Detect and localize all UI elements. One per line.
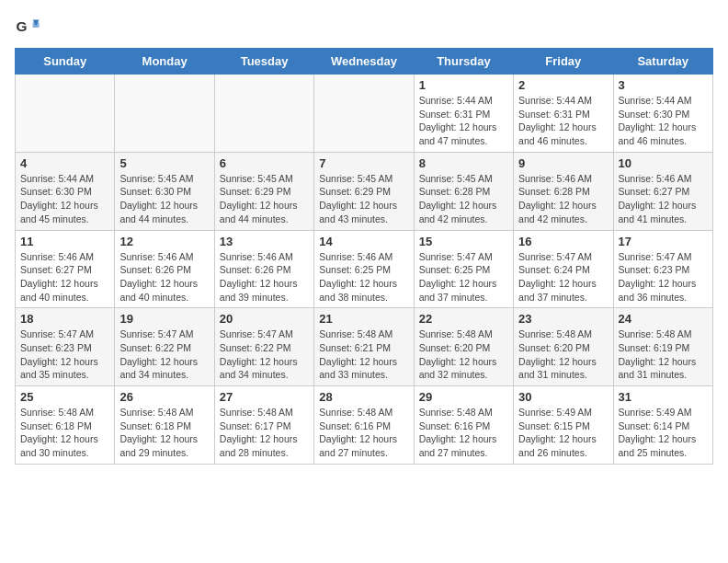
svg-text:G: G — [16, 18, 27, 34]
logo-icon: G — [15, 15, 40, 40]
day-number: 5 — [119, 156, 209, 170]
calendar-cell: 15Sunrise: 5:47 AMSunset: 6:25 PMDayligh… — [414, 230, 513, 308]
day-info: Sunrise: 5:46 AMSunset: 6:26 PMDaylight:… — [220, 250, 309, 304]
calendar-cell: 11Sunrise: 5:46 AMSunset: 6:27 PMDayligh… — [16, 230, 115, 308]
day-number: 2 — [518, 78, 608, 92]
calendar-cell: 13Sunrise: 5:46 AMSunset: 6:26 PMDayligh… — [214, 230, 313, 308]
day-number: 14 — [319, 235, 408, 248]
day-number: 17 — [619, 235, 708, 248]
header: G — [15, 15, 713, 40]
day-number: 4 — [20, 156, 109, 170]
day-header-tuesday: Tuesday — [214, 49, 313, 75]
day-number: 9 — [518, 156, 608, 170]
calendar-cell: 16Sunrise: 5:47 AMSunset: 6:24 PMDayligh… — [514, 230, 613, 308]
calendar-cell: 1Sunrise: 5:44 AMSunset: 6:31 PMDaylight… — [414, 75, 513, 153]
calendar-cell: 27Sunrise: 5:48 AMSunset: 6:17 PMDayligh… — [214, 386, 313, 465]
day-info: Sunrise: 5:46 AMSunset: 6:27 PMDaylight:… — [20, 250, 109, 304]
day-info: Sunrise: 5:45 AMSunset: 6:28 PMDaylight:… — [419, 172, 508, 226]
day-info: Sunrise: 5:48 AMSunset: 6:18 PMDaylight:… — [20, 406, 109, 460]
day-number: 30 — [518, 390, 608, 404]
calendar-cell: 18Sunrise: 5:47 AMSunset: 6:23 PMDayligh… — [16, 308, 115, 386]
day-number: 31 — [619, 390, 708, 404]
day-number: 26 — [119, 390, 209, 404]
day-number: 3 — [619, 78, 708, 92]
calendar-cell: 3Sunrise: 5:44 AMSunset: 6:30 PMDaylight… — [613, 75, 712, 153]
calendar-cell: 10Sunrise: 5:46 AMSunset: 6:27 PMDayligh… — [613, 152, 712, 230]
day-info: Sunrise: 5:47 AMSunset: 6:22 PMDaylight:… — [119, 327, 209, 382]
day-header-saturday: Saturday — [613, 49, 712, 75]
calendar-cell — [214, 75, 313, 153]
calendar-cell: 31Sunrise: 5:49 AMSunset: 6:14 PMDayligh… — [613, 386, 712, 465]
day-number: 18 — [20, 312, 109, 326]
calendar-cell: 2Sunrise: 5:44 AMSunset: 6:31 PMDaylight… — [514, 75, 613, 153]
week-row-1: 1Sunrise: 5:44 AMSunset: 6:31 PMDaylight… — [16, 75, 713, 153]
day-info: Sunrise: 5:49 AMSunset: 6:15 PMDaylight:… — [518, 406, 608, 460]
days-header-row: SundayMondayTuesdayWednesdayThursdayFrid… — [16, 49, 713, 75]
day-info: Sunrise: 5:46 AMSunset: 6:26 PMDaylight:… — [119, 250, 209, 304]
logo: G — [15, 15, 44, 40]
week-row-2: 4Sunrise: 5:44 AMSunset: 6:30 PMDaylight… — [16, 152, 713, 230]
day-number: 12 — [119, 235, 209, 248]
day-info: Sunrise: 5:48 AMSunset: 6:21 PMDaylight:… — [319, 327, 408, 382]
calendar-cell: 8Sunrise: 5:45 AMSunset: 6:28 PMDaylight… — [414, 152, 513, 230]
day-info: Sunrise: 5:45 AMSunset: 6:29 PMDaylight:… — [220, 172, 309, 226]
calendar-cell: 30Sunrise: 5:49 AMSunset: 6:15 PMDayligh… — [514, 386, 613, 465]
day-info: Sunrise: 5:46 AMSunset: 6:28 PMDaylight:… — [518, 172, 608, 226]
calendar-cell: 5Sunrise: 5:45 AMSunset: 6:30 PMDaylight… — [115, 152, 214, 230]
calendar-cell: 25Sunrise: 5:48 AMSunset: 6:18 PMDayligh… — [16, 386, 115, 465]
day-number: 8 — [419, 156, 508, 170]
calendar-cell — [16, 75, 115, 153]
day-info: Sunrise: 5:44 AMSunset: 6:30 PMDaylight:… — [619, 94, 708, 148]
day-number: 27 — [220, 390, 309, 404]
week-row-3: 11Sunrise: 5:46 AMSunset: 6:27 PMDayligh… — [16, 230, 713, 308]
calendar-table: SundayMondayTuesdayWednesdayThursdayFrid… — [15, 48, 713, 465]
day-number: 11 — [20, 235, 109, 248]
day-number: 21 — [319, 312, 408, 326]
calendar-cell: 12Sunrise: 5:46 AMSunset: 6:26 PMDayligh… — [115, 230, 214, 308]
calendar-cell: 21Sunrise: 5:48 AMSunset: 6:21 PMDayligh… — [314, 308, 414, 386]
day-number: 19 — [119, 312, 209, 326]
calendar-cell: 6Sunrise: 5:45 AMSunset: 6:29 PMDaylight… — [214, 152, 313, 230]
day-info: Sunrise: 5:49 AMSunset: 6:14 PMDaylight:… — [619, 406, 708, 460]
day-info: Sunrise: 5:48 AMSunset: 6:20 PMDaylight:… — [518, 327, 608, 382]
day-info: Sunrise: 5:46 AMSunset: 6:25 PMDaylight:… — [319, 250, 408, 304]
day-info: Sunrise: 5:44 AMSunset: 6:31 PMDaylight:… — [419, 94, 508, 148]
day-info: Sunrise: 5:48 AMSunset: 6:18 PMDaylight:… — [119, 406, 209, 460]
calendar-cell: 26Sunrise: 5:48 AMSunset: 6:18 PMDayligh… — [115, 386, 214, 465]
day-number: 25 — [20, 390, 109, 404]
day-info: Sunrise: 5:45 AMSunset: 6:30 PMDaylight:… — [119, 172, 209, 226]
day-info: Sunrise: 5:44 AMSunset: 6:30 PMDaylight:… — [20, 172, 109, 226]
day-number: 1 — [419, 78, 508, 92]
week-row-4: 18Sunrise: 5:47 AMSunset: 6:23 PMDayligh… — [16, 308, 713, 386]
calendar-cell — [115, 75, 214, 153]
calendar-cell: 9Sunrise: 5:46 AMSunset: 6:28 PMDaylight… — [514, 152, 613, 230]
day-info: Sunrise: 5:48 AMSunset: 6:16 PMDaylight:… — [319, 406, 408, 460]
day-number: 24 — [619, 312, 708, 326]
day-header-monday: Monday — [115, 49, 214, 75]
day-number: 22 — [419, 312, 508, 326]
day-info: Sunrise: 5:46 AMSunset: 6:27 PMDaylight:… — [619, 172, 708, 226]
day-info: Sunrise: 5:48 AMSunset: 6:19 PMDaylight:… — [619, 327, 708, 382]
day-number: 13 — [220, 235, 309, 248]
day-number: 6 — [220, 156, 309, 170]
day-info: Sunrise: 5:47 AMSunset: 6:23 PMDaylight:… — [20, 327, 109, 382]
calendar-cell: 24Sunrise: 5:48 AMSunset: 6:19 PMDayligh… — [613, 308, 712, 386]
calendar-cell — [314, 75, 414, 153]
day-header-friday: Friday — [514, 49, 613, 75]
day-info: Sunrise: 5:47 AMSunset: 6:22 PMDaylight:… — [220, 327, 309, 382]
day-number: 20 — [220, 312, 309, 326]
day-info: Sunrise: 5:48 AMSunset: 6:16 PMDaylight:… — [419, 406, 508, 460]
day-number: 7 — [319, 156, 408, 170]
day-header-thursday: Thursday — [414, 49, 513, 75]
calendar-cell: 19Sunrise: 5:47 AMSunset: 6:22 PMDayligh… — [115, 308, 214, 386]
calendar-cell: 17Sunrise: 5:47 AMSunset: 6:23 PMDayligh… — [613, 230, 712, 308]
day-header-wednesday: Wednesday — [314, 49, 414, 75]
day-info: Sunrise: 5:47 AMSunset: 6:23 PMDaylight:… — [619, 250, 708, 304]
calendar-cell: 14Sunrise: 5:46 AMSunset: 6:25 PMDayligh… — [314, 230, 414, 308]
calendar-cell: 28Sunrise: 5:48 AMSunset: 6:16 PMDayligh… — [314, 386, 414, 465]
day-number: 29 — [419, 390, 508, 404]
day-number: 15 — [419, 235, 508, 248]
calendar-cell: 4Sunrise: 5:44 AMSunset: 6:30 PMDaylight… — [16, 152, 115, 230]
calendar-cell: 29Sunrise: 5:48 AMSunset: 6:16 PMDayligh… — [414, 386, 513, 465]
day-info: Sunrise: 5:47 AMSunset: 6:24 PMDaylight:… — [518, 250, 608, 304]
